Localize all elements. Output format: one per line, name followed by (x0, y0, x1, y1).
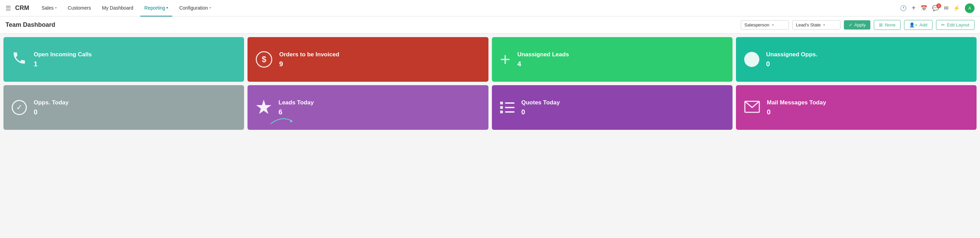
card-content: Orders to be Invoiced 9 (279, 51, 339, 68)
nav-label-configuration: Configuration (179, 5, 208, 11)
card-title: Opps. Today (34, 99, 69, 106)
activity-icon[interactable]: ⚡ (953, 5, 960, 11)
apply-button[interactable]: ✓ Apply (844, 20, 871, 30)
salesperson-filter-label: Salesperson (745, 22, 769, 27)
card-content: Unassigned Leads 4 (517, 51, 569, 68)
page-toolbar: Team Dashboard Salesperson ▾ Lead's Stat… (0, 16, 980, 34)
card-content: Opps. Today 0 (34, 99, 69, 116)
card-title: Leads Today (278, 99, 314, 106)
card-title: Mail Messages Today (767, 99, 826, 106)
lead-state-filter-label: Lead's State (796, 22, 821, 27)
card-value: 1 (34, 60, 92, 68)
chevron-down-icon: ▾ (166, 6, 168, 10)
card-value: 9 (279, 60, 339, 68)
svg-marker-0 (290, 119, 293, 122)
card-mail-messages-today[interactable]: Mail Messages Today 0 (736, 85, 977, 130)
card-title: Quotes Today (522, 99, 560, 106)
nav-item-my-dashboard[interactable]: My Dashboard (98, 0, 137, 16)
chevron-down-icon: ▾ (55, 6, 57, 10)
nav-label-reporting: Reporting (144, 5, 165, 11)
dashboard-grid: Open Incoming Calls 1 $ Orders to be Inv… (0, 34, 980, 133)
nav-label-my-dashboard: My Dashboard (102, 5, 134, 11)
card-leads-today[interactable]: Leads Today 6 (248, 85, 488, 130)
card-title: Orders to be Invoiced (279, 51, 339, 59)
chevron-down-icon: ▾ (823, 23, 825, 27)
nav-item-reporting[interactable]: Reporting ▾ (140, 0, 173, 16)
chevron-down-icon: ▾ (772, 23, 774, 27)
page-title: Team Dashboard (5, 21, 737, 29)
card-open-incoming-calls[interactable]: Open Incoming Calls 1 (3, 37, 244, 82)
nav-item-configuration[interactable]: Configuration ▾ (175, 0, 215, 16)
check-circle-icon: ✓ (12, 100, 27, 115)
chat-badge: 2 (936, 3, 941, 8)
chevron-down-icon: ▾ (209, 6, 211, 10)
toolbar-right-group: Salesperson ▾ Lead's State ▾ ✓ Apply ⊞ N… (741, 20, 975, 30)
card-orders-to-be-invoiced[interactable]: $ Orders to be Invoiced 9 (248, 37, 488, 82)
add-button[interactable]: 👤+ Add (904, 20, 932, 30)
card-value: 0 (34, 108, 69, 116)
app-logo: CRM (15, 5, 29, 12)
none-button[interactable]: ⊞ None (874, 20, 900, 30)
messages-icon[interactable]: ✉ (944, 5, 948, 11)
nav-item-customers[interactable]: Customers (64, 0, 95, 16)
user-avatar[interactable]: A (965, 3, 975, 13)
edit-icon: ✏ (941, 22, 945, 27)
list-icon (500, 102, 515, 113)
card-content: Mail Messages Today 0 (767, 99, 826, 116)
card-title: Unassigned Opps. (766, 51, 818, 59)
plus-nav-icon[interactable]: + (912, 4, 916, 12)
card-content: Quotes Today 0 (522, 99, 560, 116)
salesperson-filter[interactable]: Salesperson ▾ (741, 20, 789, 30)
lead-state-filter[interactable]: Lead's State ▾ (792, 20, 840, 30)
add-user-icon: 👤+ (909, 22, 918, 27)
dollar-circle-icon: $ (256, 51, 272, 68)
grid-icon: ⊞ (879, 22, 883, 27)
card-content: Open Incoming Calls 1 (34, 51, 92, 68)
card-value: 4 (517, 60, 569, 68)
card-unassigned-opps[interactable]: Unassigned Opps. 0 (736, 37, 977, 82)
circle-icon (744, 52, 759, 67)
chat-icon[interactable]: 💬 2 (932, 5, 939, 11)
card-value: 0 (522, 108, 560, 116)
top-nav: ☰ CRM Sales ▾ Customers My Dashboard Rep… (0, 0, 980, 16)
clock-icon[interactable]: 🕐 (900, 5, 907, 11)
nav-item-sales[interactable]: Sales ▾ (37, 0, 61, 16)
calendar-icon[interactable]: 📅 (921, 5, 928, 11)
nav-label-sales: Sales (41, 5, 54, 11)
card-content: Unassigned Opps. 0 (766, 51, 818, 68)
envelope-icon (744, 101, 760, 114)
card-title: Open Incoming Calls (34, 51, 92, 59)
card-unassigned-leads[interactable]: + Unassigned Leads 4 (492, 37, 732, 82)
menu-hamburger-icon[interactable]: ☰ (5, 5, 11, 12)
plus-icon: + (500, 51, 511, 68)
card-value: 0 (766, 60, 818, 68)
card-value: 0 (767, 108, 826, 116)
phone-icon (12, 51, 27, 69)
card-opps-today[interactable]: ✓ Opps. Today 0 (3, 85, 244, 130)
nav-icon-group: 🕐 + 📅 💬 2 ✉ ⚡ A (900, 3, 975, 13)
arrow-decoration (268, 113, 296, 126)
card-title: Unassigned Leads (517, 51, 569, 59)
card-quotes-today[interactable]: Quotes Today 0 (492, 85, 732, 130)
nav-label-customers: Customers (68, 5, 91, 11)
check-icon: ✓ (849, 22, 853, 27)
edit-layout-button[interactable]: ✏ Edit Layout (936, 20, 975, 30)
